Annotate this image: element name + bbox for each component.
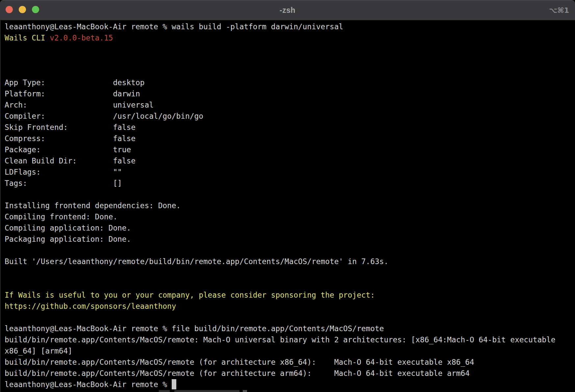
terminal-line: Built '/Users/leaanthony/remote/build/bi… — [5, 256, 575, 267]
terminal-line: Clean Build Dir: false — [5, 155, 575, 166]
terminal-line: x86_64] [arm64] — [5, 345, 575, 356]
terminal-line: Compiler: /usr/local/go/bin/go — [5, 110, 575, 122]
terminal-line — [5, 312, 575, 323]
terminal-line — [5, 43, 575, 55]
terminal-line: leaanthony@Leas-MacBook-Air remote % wai… — [5, 21, 575, 32]
terminal-text-segment: Clean Build Dir: false — [5, 157, 136, 165]
terminal-line — [5, 267, 575, 278]
terminal-text-segment: v2.0.0-beta.15 — [50, 34, 113, 42]
terminal-text-segment: leaanthony@Leas-MacBook-Air remote % wai… — [5, 22, 343, 31]
terminal-line — [5, 278, 575, 289]
terminal-text-segment: Compiling frontend: Done. — [5, 212, 117, 221]
terminal-text-segment: Wails CLI — [5, 34, 50, 42]
terminal-line: Tags: [] — [5, 178, 575, 189]
clipped-glyphs — [159, 390, 170, 392]
text-cursor — [172, 379, 176, 389]
terminal-line: build/bin/remote.app/Contents/MacOS/remo… — [5, 334, 575, 345]
terminal-text-segment: App Type: desktop — [5, 78, 144, 87]
terminal-line: leaanthony@Leas-MacBook-Air remote % — [5, 379, 575, 390]
terminal-text-segment: https://github.com/sponsors/leaanthony — [5, 302, 176, 310]
terminal-line — [5, 66, 575, 77]
terminal-line: Compress: false — [5, 133, 575, 144]
terminal-text-segment: Compiling application: Done. — [5, 224, 131, 232]
terminal-line — [5, 189, 575, 200]
terminal-text-segment: Platform: darwin — [5, 89, 140, 98]
terminal-text-segment: If Wails is useful to you or your compan… — [5, 291, 375, 299]
terminal-line: Wails CLI v2.0.0-beta.15 — [5, 32, 575, 43]
terminal-line — [5, 55, 575, 66]
terminal-line: Arch: universal — [5, 99, 575, 110]
terminal-line: Compiling application: Done. — [5, 222, 575, 233]
terminal-text-segment: Built '/Users/leaanthony/remote/build/bi… — [5, 257, 388, 266]
terminal-text-segment: Compiler: /usr/local/go/bin/go — [5, 112, 203, 120]
terminal-text-segment: x86_64] [arm64] — [5, 347, 72, 355]
terminal-text-segment: leaanthony@Leas-MacBook-Air remote % — [5, 380, 172, 389]
terminal-line: Skip Frontend: false — [5, 122, 575, 133]
terminal-line: App Type: desktop — [5, 77, 575, 88]
terminal-line: If Wails is useful to you or your compan… — [5, 289, 575, 301]
terminal-line: Packaging application: Done. — [5, 233, 575, 245]
terminal-text-segment: Installing frontend dependencies: Done. — [5, 201, 181, 210]
terminal-line: Installing frontend dependencies: Done. — [5, 200, 575, 211]
terminal-text-segment: Packaging application: Done. — [5, 235, 131, 243]
terminal-text-segment: build/bin/remote.app/Contents/MacOS/remo… — [5, 335, 555, 344]
window-title: -zsh — [0, 0, 575, 20]
terminal-text-segment: Arch: universal — [5, 101, 154, 109]
tab-shortcut-hint: ⌥⌘1 — [549, 0, 569, 20]
terminal-text-segment: Skip Frontend: false — [5, 123, 136, 132]
terminal-line: https://github.com/sponsors/leaanthony — [5, 301, 575, 312]
terminal-output: leaanthony@Leas-MacBook-Air remote % wai… — [5, 21, 575, 390]
terminal-text-segment: Tags: [] — [5, 179, 122, 187]
terminal-text-segment: Compress: false — [5, 134, 136, 143]
terminal-text-segment: LDFlags: "" — [5, 168, 122, 176]
clipped-glyphs — [243, 390, 247, 392]
terminal-text-segment: build/bin/remote.app/Contents/MacOS/remo… — [5, 358, 474, 366]
terminal-line: build/bin/remote.app/Contents/MacOS/remo… — [5, 368, 575, 379]
terminal-screen[interactable]: leaanthony@Leas-MacBook-Air remote % wai… — [0, 20, 575, 390]
terminal-text-segment: leaanthony@Leas-MacBook-Air remote % fil… — [5, 324, 384, 333]
terminal-line: LDFlags: "" — [5, 166, 575, 178]
clipped-partial-line — [0, 390, 575, 392]
terminal-line: Compiling frontend: Done. — [5, 211, 575, 222]
terminal-line: leaanthony@Leas-MacBook-Air remote % fil… — [5, 323, 575, 334]
title-bar[interactable]: -zsh ⌥⌘1 — [0, 0, 575, 20]
terminal-line: build/bin/remote.app/Contents/MacOS/remo… — [5, 356, 575, 368]
terminal-line — [5, 245, 575, 256]
terminal-window: -zsh ⌥⌘1 leaanthony@Leas-MacBook-Air rem… — [0, 0, 575, 392]
clipped-glyphs — [174, 390, 239, 392]
terminal-line: Package: true — [5, 144, 575, 155]
terminal-text-segment: build/bin/remote.app/Contents/MacOS/remo… — [5, 369, 470, 378]
terminal-text-segment: Package: true — [5, 145, 131, 154]
terminal-line: Platform: darwin — [5, 88, 575, 99]
